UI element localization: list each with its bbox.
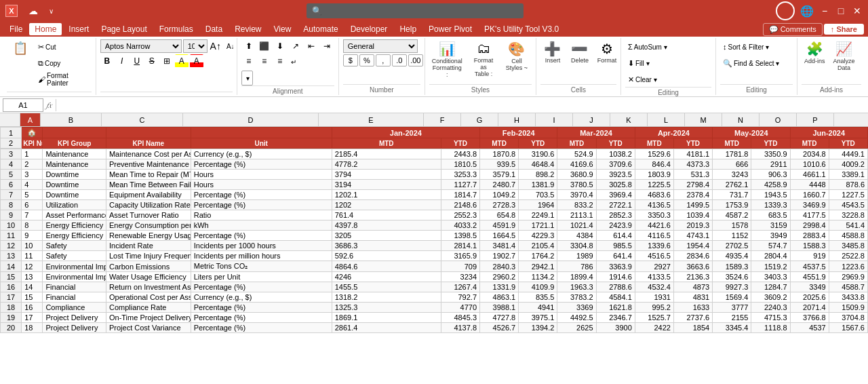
indent-decrease-button[interactable]: ⇤ xyxy=(304,39,319,53)
formula-input[interactable] xyxy=(60,98,865,112)
table-row[interactable]: 97Asset PerformanceAsset Turnover RatioR… xyxy=(1,210,868,220)
table-row[interactable]: 42MaintenancePreventive Maintenance Rati… xyxy=(1,159,868,170)
table-row[interactable]: 1715FinancialOperational Cost per AssetC… xyxy=(1,292,868,303)
table-row[interactable]: 64DowntimeMean Time Between Failures (MT… xyxy=(1,180,868,190)
table-row[interactable]: 1210SafetyIncident RateIncidents per 100… xyxy=(1,241,868,251)
align-middle-button[interactable]: ⬛ xyxy=(257,39,272,53)
format-table-button[interactable]: 🗂 Format asTable : xyxy=(468,39,499,79)
col-header-p[interactable]: P xyxy=(797,113,834,126)
strikethrough-button[interactable]: S xyxy=(145,54,159,68)
italic-button[interactable]: I xyxy=(115,54,129,68)
currency-button[interactable]: $ xyxy=(343,54,358,66)
align-bottom-button[interactable]: ⬇ xyxy=(273,39,288,53)
delete-button[interactable]: ➖ Delete xyxy=(568,39,592,65)
find-select-button[interactable]: 🔍 Find & Select ▾ xyxy=(720,56,782,71)
align-top-button[interactable]: ⬆ xyxy=(241,39,256,53)
clear-button[interactable]: ✕ Clear ▾ xyxy=(625,72,660,87)
minimize-button[interactable]: − xyxy=(819,5,830,16)
col-header-k[interactable]: K xyxy=(610,113,648,126)
table-row[interactable]: 75DowntimeEquipment AvailabilityPercenta… xyxy=(1,190,868,200)
paste-button[interactable]: 📋 xyxy=(7,39,34,58)
number-format-select[interactable]: General xyxy=(343,39,418,53)
table-row[interactable]: 2018Project DeliveryProject Cost Varianc… xyxy=(1,323,868,333)
sort-filter-button[interactable]: ↕ Sort & Filter ▾ xyxy=(720,39,772,54)
home-cell[interactable]: 🏠 xyxy=(22,128,43,138)
table-row[interactable]: 1513Environmental ImpactWater Usage Effi… xyxy=(1,272,868,282)
wrap-text-button[interactable]: ↵ xyxy=(288,54,300,69)
table-row[interactable]: 86UtilizationCapacity Utilization RatePe… xyxy=(1,200,868,210)
decrease-decimal-button[interactable]: .0 xyxy=(392,54,407,66)
underline-button[interactable]: U xyxy=(130,54,144,68)
menu-file[interactable]: File xyxy=(4,23,28,35)
col-header-d[interactable]: D xyxy=(183,113,319,126)
table-row[interactable]: 1311SafetyLost Time Injury Frequency Rat… xyxy=(1,251,868,261)
table-row[interactable]: 119Energy EfficiencyRenewable Energy Usa… xyxy=(1,231,868,241)
col-header-a[interactable]: A xyxy=(20,113,41,126)
fill-button[interactable]: ⬇ Fill ▾ xyxy=(625,56,652,71)
menu-automate[interactable]: Automate xyxy=(298,23,343,35)
globe-icon[interactable]: 🌐 xyxy=(800,5,814,18)
increase-font-button[interactable]: A↑ xyxy=(209,39,222,53)
percent-button[interactable]: % xyxy=(359,54,374,66)
col-header-h[interactable]: H xyxy=(498,113,536,126)
analyze-data-button[interactable]: 📈 AnalyzeData xyxy=(831,39,858,73)
grid-scroll-area[interactable]: 1🏠Jan-2024Feb-2024Mar-2024Apr-2024May-20… xyxy=(0,127,868,384)
menu-pk-utility[interactable]: PK's Utility Tool V3.0 xyxy=(479,23,564,35)
decrease-font-button[interactable]: A↓ xyxy=(224,39,237,53)
align-left-button[interactable]: ≡ xyxy=(241,54,256,68)
col-header-i[interactable]: I xyxy=(536,113,573,126)
formula-fx-button[interactable]: 𝑓𝑥 xyxy=(46,100,52,110)
addins-button[interactable]: 🧩 Add-ins xyxy=(802,39,828,66)
table-row[interactable]: 31MaintenanceMaintenance Cost per AssetC… xyxy=(1,149,868,159)
increase-decimal-button[interactable]: .00 xyxy=(408,54,423,66)
col-header-f[interactable]: F xyxy=(424,113,461,126)
format-button[interactable]: ⚙ Format xyxy=(595,39,619,65)
table-row[interactable]: 1816ComplianceCompliance RatePercentage … xyxy=(1,303,868,313)
comments-button[interactable]: 💬 Comments xyxy=(763,23,823,36)
col-header-m[interactable]: M xyxy=(685,113,722,126)
dropdown-icon[interactable]: ∨ xyxy=(49,7,54,15)
col-header-j[interactable]: J xyxy=(573,113,610,126)
indent-increase-button[interactable]: ⇥ xyxy=(319,39,334,53)
close-button[interactable]: ✕ xyxy=(852,5,863,16)
col-header-c[interactable]: C xyxy=(102,113,183,126)
col-header-o[interactable]: O xyxy=(760,113,797,126)
menu-formulas[interactable]: Formulas xyxy=(154,23,199,35)
menu-power-pivot[interactable]: Power Pivot xyxy=(423,23,477,35)
table-row[interactable]: 1917Project DeliveryOn-Time Project Deli… xyxy=(1,313,868,323)
font-size-select[interactable]: 10 xyxy=(183,39,208,53)
search-bar[interactable]: 🔍 xyxy=(307,3,524,18)
bold-button[interactable]: B xyxy=(100,54,114,68)
col-header-g[interactable]: G xyxy=(461,113,498,126)
col-header-l[interactable]: L xyxy=(648,113,685,126)
autosum-button[interactable]: Σ AutoSum ▾ xyxy=(625,39,670,54)
cell-reference-input[interactable] xyxy=(3,98,43,112)
cell-styles-button[interactable]: 🎨 CellStyles ~ xyxy=(502,39,532,73)
table-row[interactable]: 53DowntimeMean Time to Repair (MTTR)Hour… xyxy=(1,170,868,180)
col-header-b[interactable]: B xyxy=(41,113,102,126)
restore-button[interactable]: □ xyxy=(835,5,846,16)
borders-button[interactable]: ⊞ xyxy=(160,54,174,68)
cut-button[interactable]: ✂Cut xyxy=(35,39,92,54)
profile-avatar[interactable] xyxy=(776,1,795,20)
insert-button[interactable]: ➕ Insert xyxy=(540,39,565,65)
align-center-button[interactable]: ≡ xyxy=(257,54,272,68)
table-row[interactable]: 1614FinancialReturn on Investment Assets… xyxy=(1,282,868,292)
comma-button[interactable]: , xyxy=(376,54,391,66)
orient-button[interactable]: ↗ xyxy=(288,39,303,53)
menu-view[interactable]: View xyxy=(269,23,297,35)
menu-insert[interactable]: Insert xyxy=(63,23,94,35)
copy-button[interactable]: ⧉Copy xyxy=(35,56,92,71)
menu-developer[interactable]: Developer xyxy=(345,23,393,35)
fill-color-button[interactable]: A xyxy=(175,54,189,68)
menu-home[interactable]: Home xyxy=(29,23,62,35)
menu-help[interactable]: Help xyxy=(394,23,422,35)
menu-page-layout[interactable]: Page Layout xyxy=(96,23,152,35)
menu-data[interactable]: Data xyxy=(200,23,228,35)
conditional-formatting-button[interactable]: 📊 ConditionalFormatting : xyxy=(429,39,465,79)
table-row[interactable]: 108Energy EfficiencyEnergy Consumption p… xyxy=(1,220,868,231)
merge-dropdown-icon[interactable]: ▾ xyxy=(246,75,250,82)
align-right-button[interactable]: ≡ xyxy=(273,54,288,68)
table-row[interactable]: 1412Environmental ImpactCarbon Emissions… xyxy=(1,261,868,272)
share-button[interactable]: ↑ Share xyxy=(824,24,864,35)
